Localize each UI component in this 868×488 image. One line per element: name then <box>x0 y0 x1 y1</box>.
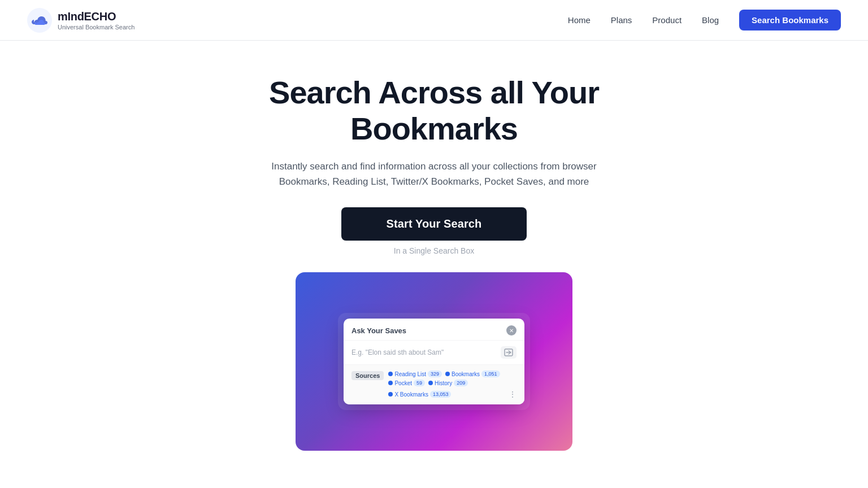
logo-text-area: mIndECHO Universal Bookmark Search <box>58 10 134 30</box>
pocket-count: 59 <box>414 380 425 386</box>
main-content: Search Across all Your Bookmarks Instant… <box>0 41 868 473</box>
dialog-search-row: E.g. "Elon said sth about Sam" <box>344 341 524 365</box>
bookmarks-count: 1,051 <box>481 371 500 377</box>
dialog-close-button[interactable]: ✕ <box>506 325 517 336</box>
hero-title: Search Across all Your Bookmarks <box>208 75 660 147</box>
reading-list-tag: Reading List 329 <box>388 371 442 377</box>
dialog-title: Ask Your Saves <box>351 326 406 335</box>
demo-inner: Ask Your Saves ✕ E.g. "Elon said sth abo… <box>338 313 530 410</box>
logo-subtitle: Universal Bookmark Search <box>58 24 134 30</box>
main-nav: Home Plans Product Blog Search Bookmarks <box>568 10 841 30</box>
logo-area: mIndECHO Universal Bookmark Search <box>27 8 134 33</box>
x-bookmarks-tag: X Bookmarks 13,053 <box>388 391 451 398</box>
dialog-header: Ask Your Saves ✕ <box>344 319 524 341</box>
site-header: mIndECHO Universal Bookmark Search Home … <box>0 0 868 41</box>
header-cta-button[interactable]: Search Bookmarks <box>739 10 841 30</box>
nav-product[interactable]: Product <box>652 15 682 25</box>
start-search-button[interactable]: Start Your Search <box>341 207 527 241</box>
sources-row-2: Pocket 59 History 209 X Bookmarks <box>388 380 517 399</box>
dialog-sources: Sources Reading List 329 Bookmarks <box>344 365 524 404</box>
sources-more-button[interactable]: ⋮ <box>509 390 517 399</box>
bottom-section: Search Bookmarks in <box>0 473 868 488</box>
nav-blog[interactable]: Blog <box>702 15 719 25</box>
search-hint: In a Single Search Box <box>394 246 474 255</box>
nav-home[interactable]: Home <box>568 15 591 25</box>
bookmarks-tag: Bookmarks 1,051 <box>445 371 500 377</box>
dialog-placeholder: E.g. "Elon said sth about Sam" <box>351 348 496 356</box>
hero-subtitle: Instantly search and find information ac… <box>271 159 596 189</box>
x-bookmarks-count: 13,053 <box>430 391 452 398</box>
history-count: 209 <box>454 380 468 386</box>
sources-row-1: Reading List 329 Bookmarks 1,051 <box>388 371 517 377</box>
search-dialog: Ask Your Saves ✕ E.g. "Elon said sth abo… <box>344 319 524 404</box>
nav-plans[interactable]: Plans <box>611 15 632 25</box>
history-tag: History 209 <box>428 380 468 386</box>
sources-label: Sources <box>351 371 384 380</box>
pocket-tag: Pocket 59 <box>388 380 425 386</box>
logo-name: mIndECHO <box>58 10 134 23</box>
logo-icon <box>27 8 52 33</box>
reading-list-count: 329 <box>428 371 442 377</box>
demo-container: Ask Your Saves ✕ E.g. "Elon said sth abo… <box>296 272 572 451</box>
dialog-send-button[interactable] <box>501 346 517 359</box>
sources-tags: Reading List 329 Bookmarks 1,051 <box>388 371 517 399</box>
